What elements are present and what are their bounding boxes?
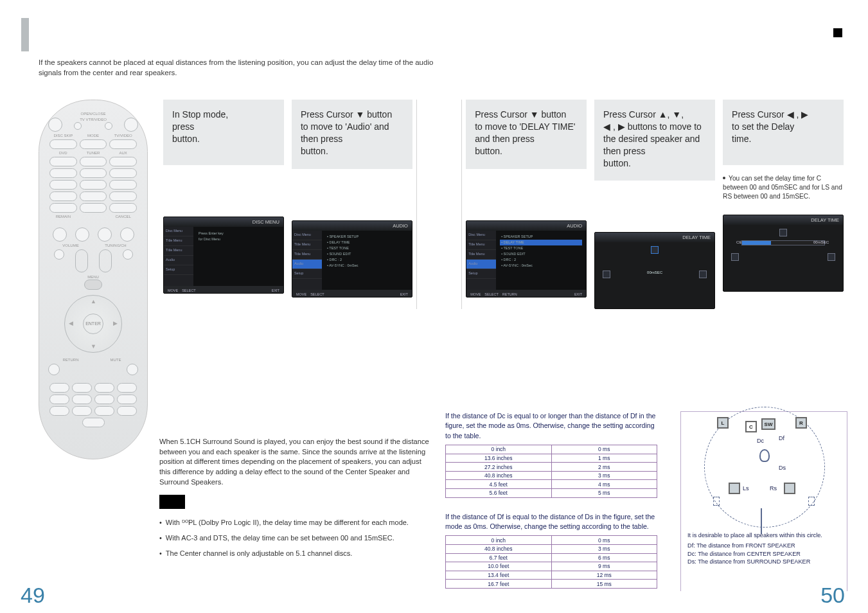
l-mute: MUTE	[93, 358, 138, 362]
side-menu-2: Disc Menu Title Menu Title Menu Audio Se…	[292, 231, 322, 290]
f3d: EXIT	[574, 292, 582, 296]
ai3f: • AV-SYNC : 0mSec	[500, 263, 582, 269]
db1: Press Enter key	[197, 230, 279, 236]
btn-step	[49, 383, 69, 393]
sm2a: Disc Menu	[292, 231, 322, 240]
footbar-1: MOVE SELECT EXIT	[164, 286, 283, 294]
f3c: RETURN	[502, 292, 517, 296]
btn-ezview	[94, 383, 114, 393]
dc20: 27.2 inches	[446, 462, 552, 471]
ai3a: • SPEAKER SETUP	[500, 234, 582, 240]
lbl-Ls: Ls	[743, 485, 749, 492]
up-arrow-icon: ▲	[91, 298, 96, 305]
ai3e: • DRC : 2	[500, 257, 582, 263]
dc21: 2 ms	[552, 462, 657, 471]
l-remain: REMAIN	[48, 215, 78, 218]
content-3: • SPEAKER SETUP • DELAY TIME • TEST TONE…	[496, 231, 586, 290]
step2-text: Press Cursor ▼ button to move to 'Audio'…	[292, 100, 412, 169]
sm1d: Audio	[164, 256, 193, 265]
dc-r4: 4.5 feet4 ms	[446, 479, 657, 488]
dc50: 5.6 feet	[446, 488, 552, 497]
num-5	[80, 180, 107, 190]
mute-button	[127, 364, 138, 375]
dc-r5: 5.6 feet5 ms	[446, 488, 657, 497]
btn-repeat	[72, 383, 92, 393]
btn-discskip	[49, 139, 77, 149]
label-open: OPEN/CLOSE	[48, 112, 138, 116]
surround-box-l	[713, 497, 720, 506]
spk-R: R	[795, 417, 807, 429]
footbar-2: MOVE SELECT EXIT	[292, 290, 412, 298]
content-2: • SPEAKER SETUP • DELAY TIME • TEST TONE…	[322, 231, 412, 290]
l-aux: AUX	[108, 151, 138, 155]
bullet-list: •With ᴰᴼPL (Dolby Pro Logic II), the del…	[159, 517, 429, 560]
df11: 3 ms	[552, 544, 657, 553]
df21: 6 ms	[552, 553, 657, 562]
delay-panel-5: CENTER 00mSEC	[723, 225, 843, 292]
spk-center-val: 00mSEC	[647, 271, 662, 274]
step5-text: Press Cursor ◀ , ▶ to set the Delay time…	[723, 100, 844, 165]
step1-screenshot: DISC MENU Disc Menu Title Menu Title Men…	[163, 217, 284, 294]
sm3d: Audio	[466, 260, 496, 269]
power-button	[48, 118, 62, 132]
step3-line3: button.	[475, 146, 502, 156]
sm1b: Title Menu	[164, 236, 193, 246]
spk-Rs-box	[784, 483, 795, 494]
step-1: In Stop mode, press button. DISC MENU Di…	[159, 100, 288, 309]
ai2c: • TEST TONE	[326, 245, 408, 251]
enter-button: ENTER	[83, 314, 103, 334]
steps-row: In Stop mode, press button. DISC MENU Di…	[159, 100, 847, 309]
lbl-Dc: Dc	[757, 438, 764, 444]
df-r0: 0 inch0 ms	[446, 535, 657, 544]
lower-paragraph: When 5.1CH Surround Sound is played, you…	[159, 437, 429, 487]
right-arrow-icon: ▶	[113, 320, 118, 326]
step5-note-text: You can set the delay time for C between…	[723, 175, 842, 200]
tv-btn	[74, 122, 82, 130]
spk-l	[603, 271, 610, 278]
left-arrow-icon: ◀	[69, 320, 73, 326]
step2-line2: to move to 'Audio' and then press	[301, 121, 389, 144]
leg-df: Df: The distance from FRONT SPEAKER	[687, 542, 840, 549]
ai2b: • DELAY TIME	[326, 240, 408, 245]
return-button	[48, 364, 60, 375]
pleffect-btn	[123, 249, 133, 260]
label-tv: TV VTR/VIDEO	[62, 118, 124, 121]
sm3e: Setup	[466, 269, 496, 279]
sm2c: Title Menu	[292, 250, 322, 260]
delay-value: 00mSEC	[813, 240, 829, 244]
df-r4: 13.4 feet12 ms	[446, 571, 657, 580]
step1-line3: button.	[172, 134, 200, 144]
intro-paragraph: If the speakers cannot be placed at equa…	[39, 58, 450, 78]
step4-line2: ◀ , ▶ buttons to move to the desired spe…	[603, 121, 702, 156]
step3-line2: to move to 'DELAY TIME' and then press	[475, 121, 575, 144]
sm3c: Title Menu	[466, 250, 496, 260]
pointer-line	[761, 508, 762, 534]
delay-panel-4: 00mSEC	[595, 242, 714, 309]
dc-r3: 40.8 inches3 ms	[446, 471, 657, 480]
num-7	[49, 191, 77, 201]
dc31: 3 ms	[552, 471, 657, 480]
db2: for Disc Menu	[197, 236, 279, 242]
ai3b: • DELAY TIME	[500, 240, 582, 245]
btn-digest	[72, 406, 92, 416]
ai3c: • TEST TONE	[500, 245, 582, 251]
hdr-audio2: AUDIO	[393, 223, 408, 229]
btn-tunermem	[94, 395, 114, 404]
leg-dc: Dc: The distance from CENTER SPEAKER	[687, 550, 840, 558]
btn-zoom	[49, 395, 69, 404]
sm1a: Disc Menu	[164, 227, 193, 236]
step3-screenshot: AUDIO Disc Menu Title Menu Title Menu Au…	[466, 220, 587, 298]
num-8	[80, 191, 107, 201]
prev-button	[53, 227, 67, 242]
dc30: 40.8 inches	[446, 471, 552, 480]
df51: 15 ms	[552, 579, 657, 588]
volume-rocker	[75, 249, 88, 272]
bullet-3: The Center channel is only adjustable on…	[166, 547, 352, 560]
spk-SW: SW	[761, 418, 775, 430]
spk-r	[699, 271, 707, 278]
dc10: 13.6 inches	[446, 454, 552, 463]
btn-slow	[72, 395, 92, 404]
ai2d: • SOUND EDIT	[326, 251, 408, 257]
step4-screenshot: DELAY TIME 00mSEC MOVE SELECT RETURN EXI…	[594, 232, 715, 309]
spk-r5	[828, 253, 835, 261]
